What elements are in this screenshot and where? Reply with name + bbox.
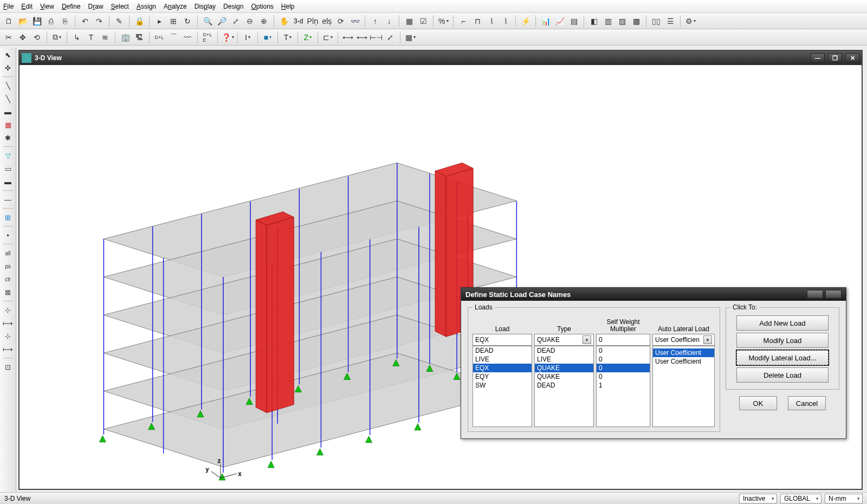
list-row[interactable]: QUAKE [535, 364, 593, 372]
elev-icon[interactable]: elṣ [320, 15, 333, 28]
list-row[interactable]: 1 [597, 381, 650, 390]
windows-icon[interactable]: ⊞ [2, 211, 14, 223]
select-line-icon[interactable]: — [2, 193, 14, 205]
chart1-icon[interactable]: 📊 [539, 15, 552, 28]
status-units[interactable]: N-mm [825, 494, 863, 503]
mult-input[interactable]: 0 [596, 334, 650, 346]
list-row[interactable]: 0 [597, 372, 650, 381]
draw-snow-icon[interactable]: ✱ [2, 132, 14, 144]
status-mode[interactable]: Inactive [739, 494, 777, 503]
type-list[interactable]: DEADLIVEQUAKEQUAKEDEAD [534, 346, 594, 427]
design1-icon[interactable]: ◧ [587, 15, 600, 28]
intersect-icon[interactable]: ⊠ [2, 286, 14, 298]
zoom-extents-icon[interactable]: 🔎 [215, 15, 228, 28]
dialog-titlebar[interactable]: Define Static Load Case Names [461, 288, 846, 301]
design2-icon[interactable]: ▥ [601, 15, 614, 28]
menu-design[interactable]: Design [223, 3, 243, 10]
type-input[interactable]: QUAKE▼ [534, 334, 594, 346]
csect-icon[interactable]: ⊏▾ [321, 31, 334, 44]
mult-list[interactable]: 00001 [596, 346, 650, 427]
mirror-icon[interactable]: ⧉▾ [50, 31, 63, 44]
check-icon[interactable]: ☑ [417, 15, 430, 28]
lateral-list[interactable]: User CoefficientUser Coefficient [652, 346, 715, 427]
menu-help[interactable]: Help [281, 3, 295, 10]
menu-display[interactable]: Display [195, 3, 216, 10]
open-icon[interactable]: 📂 [16, 15, 29, 28]
snap-end-icon[interactable]: ⟼ [2, 317, 14, 329]
modify-lateral-button[interactable]: Modify Lateral Load... [736, 350, 829, 365]
list-row[interactable] [653, 366, 714, 367]
draw-line-icon[interactable]: ╲ [2, 80, 14, 92]
chart2-icon[interactable]: 📈 [553, 15, 566, 28]
close-icon[interactable]: ✕ [845, 53, 859, 63]
menu-edit[interactable]: Edit [21, 3, 33, 10]
select-all-button[interactable]: all [2, 247, 14, 259]
menu-draw[interactable]: Draw [88, 3, 103, 10]
dialog-minimize-icon[interactable] [807, 290, 823, 299]
reshape-icon[interactable]: ✜ [2, 62, 14, 74]
chevron-down-icon[interactable]: ▼ [583, 335, 591, 344]
up-icon[interactable]: ↑ [368, 15, 381, 28]
grid-icon[interactable]: ⊞ [167, 15, 180, 28]
layer-icon[interactable]: ≋ [99, 31, 112, 44]
list-row[interactable]: EQX [473, 364, 532, 372]
zsect-icon[interactable]: Z▾ [301, 31, 314, 44]
text-icon[interactable]: T [85, 31, 98, 44]
draw-poly-icon[interactable]: ▽ [2, 150, 14, 161]
list-row[interactable]: DEAD [535, 381, 593, 390]
menu-select[interactable]: Select [111, 3, 129, 10]
zoom-prev-icon[interactable]: ⤢ [229, 15, 242, 28]
window1-icon[interactable]: ▯▯ [650, 15, 663, 28]
import-icon[interactable]: ⎙ [44, 15, 57, 28]
rotate-icon[interactable]: ⟳ [334, 15, 347, 28]
list-row[interactable]: User Coefficient [653, 348, 714, 357]
list-row[interactable]: 0 [597, 364, 650, 372]
move-icon[interactable]: ✥ [16, 31, 29, 44]
menu-analyze[interactable]: Analyze [164, 3, 187, 10]
refresh-icon[interactable]: ↻ [181, 15, 194, 28]
spring-icon[interactable]: ⌇ [499, 15, 512, 28]
chevron-down-icon[interactable]: ▼ [703, 335, 712, 344]
building2-icon[interactable]: 🏗 [133, 31, 146, 44]
perspective-icon[interactable]: 👓 [348, 15, 361, 28]
maximize-icon[interactable]: ❐ [828, 53, 842, 63]
load3-icon[interactable]: 〰 [181, 31, 194, 44]
draw-rect-icon[interactable]: ▭ [2, 163, 14, 175]
pan-icon[interactable]: ✋ [277, 15, 290, 28]
design3-icon[interactable]: ▨ [616, 15, 629, 28]
load1-icon[interactable]: D+L [153, 31, 166, 44]
menu-view[interactable]: View [40, 3, 54, 10]
axis-icon[interactable]: ↳ [70, 31, 83, 44]
options-icon[interactable]: ⚙▾ [684, 15, 697, 28]
zoom-window-icon[interactable]: 🔍 [201, 15, 214, 28]
snap-mid-icon[interactable]: ⊹ [2, 330, 14, 342]
run-icon[interactable]: ▸ [153, 15, 166, 28]
building1-icon[interactable]: 🏢 [119, 31, 132, 44]
dim1-icon[interactable]: ⟷ [341, 31, 354, 44]
show-icon[interactable]: ▦ [403, 15, 416, 28]
view-titlebar[interactable]: 3-D View — ❐ ✕ [20, 51, 862, 65]
pencil-icon[interactable]: ✎ [113, 15, 126, 28]
load-list[interactable]: DEADLIVEEQXEQYSW [473, 346, 532, 427]
menu-file[interactable]: File [3, 3, 14, 10]
design4-icon[interactable]: ▩ [630, 15, 643, 28]
rotate2-icon[interactable]: ⟲ [30, 31, 43, 44]
list-row[interactable]: DEAD [535, 346, 593, 355]
zoom-in-icon[interactable]: ⊕ [257, 15, 270, 28]
lateral-input[interactable]: User Coefficien▼ [652, 334, 715, 346]
plan-icon[interactable]: Plṇ [306, 15, 319, 28]
select-icon[interactable]: ✂ [2, 31, 15, 44]
load-input[interactable]: EQX [473, 334, 532, 346]
list-row[interactable]: 0 [597, 355, 650, 364]
analyze-icon[interactable]: ⚡ [519, 15, 532, 28]
list-row[interactable]: QUAKE [535, 372, 593, 381]
list-row[interactable]: DEAD [473, 346, 532, 355]
isect-icon[interactable]: I▾ [241, 31, 254, 44]
lock-icon[interactable]: 🔒 [133, 15, 146, 28]
list-row[interactable]: 0 [597, 346, 650, 355]
draw-line2-icon[interactable]: ╲ [2, 93, 14, 105]
joint-icon[interactable]: ⊓ [471, 15, 484, 28]
percent-icon[interactable]: %▾ [437, 15, 450, 28]
draw-rect2-icon[interactable]: ▬ [2, 176, 14, 188]
ok-button[interactable]: OK [739, 396, 777, 410]
